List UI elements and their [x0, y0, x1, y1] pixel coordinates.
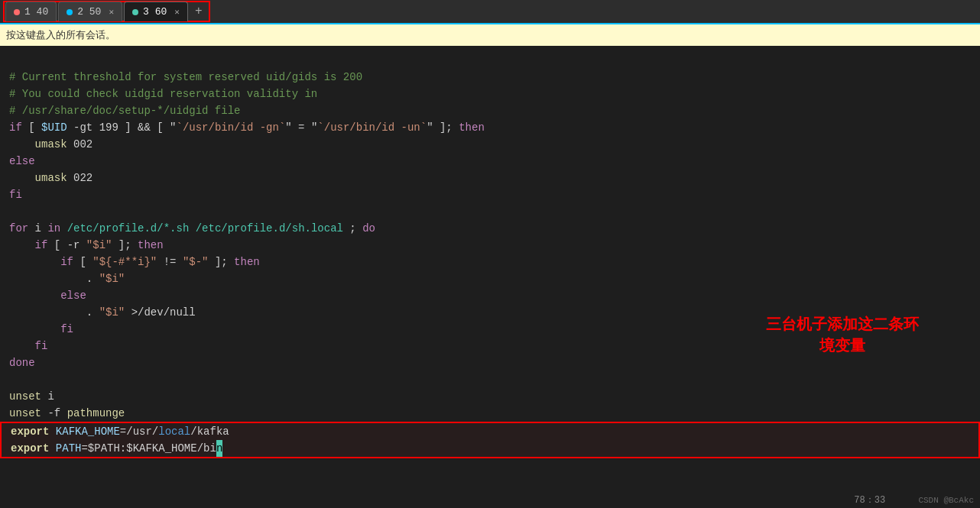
comment-2: # You could check uidgid reservation val… — [9, 86, 317, 102]
tab-1-label: 1 40 — [24, 6, 48, 18]
code-area: # Current threshold for system reserved … — [0, 46, 980, 508]
tab-2[interactable]: 2 50 ✕ — [58, 2, 122, 21]
annotation: 三台机子添加这二条环 境变量 — [766, 313, 919, 356]
watermark: CSDN @BcAkc — [918, 496, 974, 505]
add-tab-icon: + — [195, 5, 203, 18]
line-23: export KAFKA_HOME=/usr/local/kafka — [2, 423, 978, 440]
annotation-line1: 三台机子添加这二条环 — [766, 313, 919, 335]
line-22: unset -f pathmunge — [0, 405, 980, 422]
line-3: # You could check uidgid reservation val… — [0, 86, 980, 102]
tab-1-dot — [14, 9, 20, 15]
line-13: if [ "${-#**i}" != "$-" ]; then — [0, 254, 980, 270]
add-tab-button[interactable]: + — [190, 2, 208, 21]
line-6: umask 002 — [0, 136, 980, 153]
tab-3[interactable]: 3 60 ✕ — [124, 2, 188, 21]
line-1 — [0, 52, 980, 69]
line-5: if [ $UID -gt 199 ] && [ "`/usr/bin/id -… — [0, 119, 980, 136]
tab-2-close[interactable]: ✕ — [109, 7, 114, 17]
status-position: 78：33 — [854, 495, 885, 506]
line-4: # /usr/share/doc/setup-*/uidgid file — [0, 102, 980, 119]
tab-bar: 1 40 2 50 ✕ 3 60 ✕ + — [0, 0, 980, 24]
line-7: else — [0, 153, 980, 170]
line-8: umask 022 — [0, 170, 980, 186]
line-10 — [0, 203, 980, 220]
line-24: export PATH=$PATH:$KAFKA_HOME/bin — [2, 440, 978, 457]
comment-1: # Current threshold for system reserved … — [9, 69, 362, 86]
line-14: . "$i" — [0, 270, 980, 287]
export-block: export KAFKA_HOME=/usr/local/kafka expor… — [0, 422, 980, 458]
line-20 — [0, 371, 980, 388]
line-2: # Current threshold for system reserved … — [0, 69, 980, 86]
tab-2-dot — [67, 9, 73, 15]
line-11: for i in /etc/profile.d/*.sh /etc/profil… — [0, 220, 980, 237]
tab-2-label: 2 50 — [77, 6, 101, 18]
tab-3-label: 3 60 — [143, 6, 167, 18]
code-content: # Current threshold for system reserved … — [0, 46, 980, 508]
line-19: done — [0, 354, 980, 371]
line-15: else — [0, 287, 980, 304]
highlight-bar: 按这键盘入的所有会话。 — [0, 24, 980, 46]
line-9: fi — [0, 186, 980, 203]
highlight-bar-text: 按这键盘入的所有会话。 — [6, 28, 115, 42]
tab-3-dot — [132, 9, 138, 15]
tab-3-close[interactable]: ✕ — [174, 7, 180, 17]
line-12: if [ -r "$i" ]; then — [0, 237, 980, 254]
comment-3: # /usr/share/doc/setup-*/uidgid file — [9, 102, 240, 119]
status-bar: 78：33 CSDN @BcAkc — [854, 493, 974, 506]
annotation-line2: 境变量 — [766, 335, 919, 356]
tab-1[interactable]: 1 40 — [5, 2, 57, 21]
line-21: unset i — [0, 388, 980, 405]
